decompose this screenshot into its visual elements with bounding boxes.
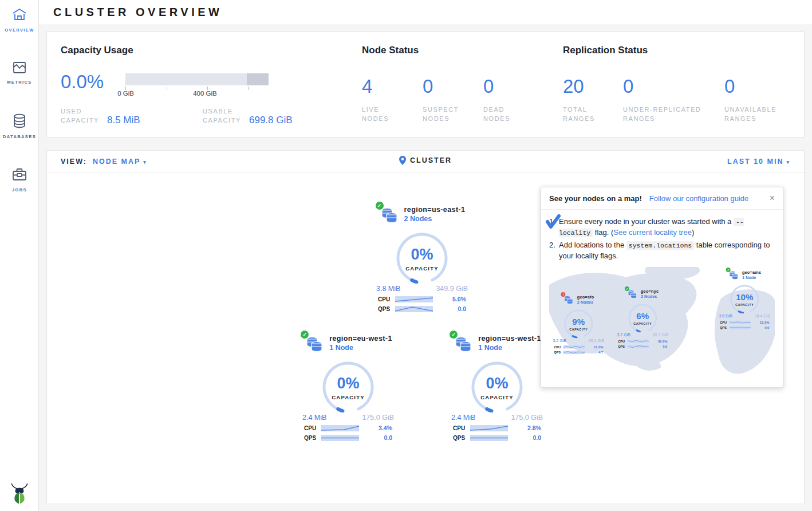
node-group-icon: ! <box>563 294 574 305</box>
node-group-icon: ✓ <box>453 335 474 354</box>
capacity-used-percent: 0.0% <box>61 72 104 98</box>
jobs-icon <box>12 174 27 183</box>
sidebar-item-label: JOBS <box>0 187 39 192</box>
page-header: CLUSTER OVERVIEW <box>39 0 812 25</box>
total-ranges-value: 20 <box>563 77 623 96</box>
node-region-label: region=us-west-1 <box>478 335 541 343</box>
usable-capacity-value: 699.8 GiB <box>249 115 293 126</box>
total-ranges-stat: 20 TOTAL RANGES <box>563 77 623 124</box>
mini-node-display-ams: ✓ geo=ams 1 Node <box>716 270 773 329</box>
capacity-usage-title: Capacity Usage <box>61 45 362 56</box>
node-display-eu-west-1[interactable]: ✓ region=eu-west-1 1 Node 0% CA <box>298 335 399 441</box>
used-capacity-value: 8.5 MiB <box>107 115 140 126</box>
breadcrumb-cluster[interactable]: CLUSTER <box>399 156 452 165</box>
cpu-sparkline <box>321 425 359 431</box>
sidebar-item-overview[interactable]: OVERVIEW <box>0 0 39 38</box>
unavailable-ranges-stat: 0 UNAVAILABLE RANGES <box>724 77 776 124</box>
suspect-nodes-stat: 0 SUSPECT NODES <box>423 77 483 124</box>
sidebar-item-label: OVERVIEW <box>0 27 39 33</box>
node-total-capacity: 175.0 GiB <box>362 414 394 422</box>
cpu-metric-row: CPU 2.8% <box>453 424 541 431</box>
node-count-link[interactable]: 1 Node <box>329 344 392 352</box>
node-map-area: ✓ region=us-east-1 2 Nodes 0% C <box>47 172 804 503</box>
mini-node-display-nyc: ✓ geo=nyc 2 Nodes <box>614 289 671 348</box>
node-status-section: Node Status 4 LIVE NODES 0 SUSPECT NODES… <box>362 45 563 137</box>
replication-status-title: Replication Status <box>563 45 804 56</box>
sidebar-item-jobs[interactable]: JOBS <box>0 160 39 198</box>
locality-tree-link[interactable]: See current locality tree <box>613 228 692 237</box>
usable-capacity-stat: USABLE CAPACITY 699.8 GiB <box>203 107 293 125</box>
capacity-gauge: 0% CAPACITY <box>468 360 526 412</box>
node-display-us-west-1[interactable]: ✓ region=us-west-1 1 Node 0% CA <box>447 335 547 441</box>
system-locations-code: system.locations <box>626 241 694 250</box>
capacity-tick-label-0: 0 GiB <box>117 90 134 97</box>
unavailable-ranges-value: 0 <box>724 77 776 96</box>
node-group-icon: ✓ <box>379 206 400 225</box>
home-icon <box>12 14 27 23</box>
cpu-sparkline <box>395 296 433 302</box>
configuration-guide-link[interactable]: Follow our configuration guide <box>649 194 748 203</box>
node-used-capacity: 2.4 MiB <box>302 414 326 422</box>
under-replicated-ranges-stat: 0 UNDER-REPLICATED RANGES <box>623 77 724 124</box>
node-status-title: Node Status <box>362 45 563 56</box>
qps-sparkline <box>395 306 433 312</box>
node-count-link[interactable]: 1 Node <box>478 344 541 352</box>
step-done-check-icon <box>546 214 561 229</box>
example-node-map-image: ! geo=sfo 2 Nodes <box>549 267 775 379</box>
node-region-label: region=us-east-1 <box>404 206 466 214</box>
node-group-icon: ✓ <box>728 270 739 281</box>
node-group-icon: ✓ <box>304 335 325 354</box>
node-map-help-popup: See your nodes on a map! Follow our conf… <box>541 187 783 388</box>
databases-icon <box>13 120 26 130</box>
node-map-card: VIEW: NODE MAP▾ CLUSTER LAST 1 <box>46 150 805 503</box>
node-group-icon: ✓ <box>626 289 638 300</box>
mini-node-display-sfo: ! geo=sfo 2 Nodes <box>550 294 607 354</box>
qps-sparkline <box>321 435 359 441</box>
qps-sparkline <box>470 435 508 441</box>
sidebar-item-databases[interactable]: DATABASES <box>0 105 39 145</box>
capacity-bar <box>125 73 269 85</box>
cockroachdb-logo <box>0 482 39 506</box>
qps-metric-row: QPS 0.0 <box>453 434 541 441</box>
node-healthy-icon: ✓ <box>376 202 384 210</box>
node-used-capacity: 3.8 MiB <box>376 285 400 293</box>
node-total-capacity: 349.9 GiB <box>436 285 468 293</box>
capacity-tick-label-400: 400 GiB <box>193 90 217 97</box>
metrics-icon <box>13 66 26 76</box>
close-icon[interactable]: × <box>770 194 775 203</box>
replication-status-section: Replication Status 20 TOTAL RANGES 0 UND… <box>563 45 804 137</box>
live-nodes-stat: 4 LIVE NODES <box>362 77 423 124</box>
node-count-link[interactable]: 2 Nodes <box>404 215 466 223</box>
map-pin-icon <box>399 156 406 165</box>
cpu-sparkline <box>470 425 508 431</box>
cpu-metric-row: CPU 3.4% <box>304 424 392 431</box>
capacity-usage-section: Capacity Usage 0.0% <box>61 45 362 137</box>
capacity-bar-ticks <box>125 85 269 90</box>
sidebar: OVERVIEW METRICS DATABASES <box>0 0 39 511</box>
sidebar-item-label: METRICS <box>0 80 39 85</box>
node-region-label: region=eu-west-1 <box>329 335 392 343</box>
node-total-capacity: 175.0 GiB <box>511 414 543 422</box>
setup-step-2: 2.Add locations to the system.locations … <box>549 240 775 262</box>
cpu-metric-row: CPU 5.0% <box>378 296 466 302</box>
under-replicated-ranges-value: 0 <box>623 77 724 96</box>
sidebar-item-metrics[interactable]: METRICS <box>0 53 39 91</box>
qps-metric-row: QPS 0.0 <box>378 305 466 312</box>
qps-metric-row: QPS 0.0 <box>304 434 392 441</box>
setup-step-1: 1.Ensure every node in your cluster was … <box>549 217 775 238</box>
view-bar: VIEW: NODE MAP▾ CLUSTER LAST 1 <box>47 151 804 172</box>
sidebar-item-label: DATABASES <box>0 134 39 139</box>
dead-nodes-stat: 0 DEAD NODES <box>483 77 544 124</box>
live-nodes-value: 4 <box>362 77 423 96</box>
node-display-us-east-1[interactable]: ✓ region=us-east-1 2 Nodes 0% C <box>372 206 472 312</box>
capacity-gauge: 0% CAPACITY <box>320 360 377 412</box>
popup-title: See your nodes on a map! <box>549 194 642 203</box>
suspect-nodes-value: 0 <box>423 77 483 96</box>
page-title: CLUSTER OVERVIEW <box>53 6 222 19</box>
dead-nodes-value: 0 <box>483 77 544 96</box>
cluster-summary-card: Capacity Usage 0.0% <box>46 32 805 137</box>
used-capacity-stat: USED CAPACITY 8.5 MiB <box>61 107 203 125</box>
node-used-capacity: 2.4 MiB <box>451 414 475 422</box>
main-content: CLUSTER OVERVIEW Capacity Usage 0.0% <box>39 0 812 511</box>
capacity-gauge: 0% CAPACITY <box>393 231 451 284</box>
